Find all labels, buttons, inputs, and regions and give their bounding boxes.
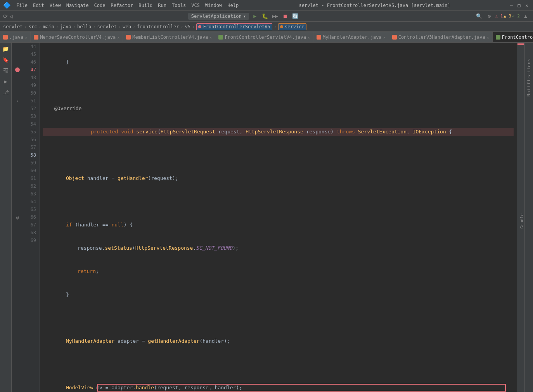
- tab-bar: .java ✕ MemberSaveControllerV4.java ✕ Me…: [0, 32, 533, 43]
- breadcrumb-java[interactable]: java: [60, 24, 71, 29]
- ln-68: 68: [23, 229, 36, 237]
- tab-front-v5-label: FrontControllerServletV5.java: [502, 35, 533, 40]
- breadcrumb-method[interactable]: service: [278, 23, 306, 30]
- ln-47: 47: [23, 66, 36, 74]
- search-everywhere-icon[interactable]: 🔍: [475, 12, 483, 21]
- breadcrumb-servlet2[interactable]: servlet: [97, 24, 117, 29]
- sync-button[interactable]: 🔄: [291, 12, 299, 21]
- ln-66: 66: [23, 213, 36, 221]
- menu-view[interactable]: View: [47, 2, 63, 9]
- tab-front-v4[interactable]: FrontControllerServletV4.java ✕: [215, 32, 313, 42]
- debug-button[interactable]: 🐛: [261, 12, 269, 21]
- gutter-46: [12, 58, 23, 66]
- run-config-selector[interactable]: ServletApplication ▾: [188, 13, 249, 20]
- sidebar-project-icon[interactable]: 📁: [1, 44, 10, 54]
- close-button[interactable]: ✕: [524, 2, 530, 9]
- menu-window[interactable]: Window: [203, 2, 224, 9]
- code-line-55: [43, 314, 514, 322]
- tab-my-handler-close[interactable]: ✕: [383, 35, 386, 40]
- tab-java-close[interactable]: ✕: [25, 35, 27, 40]
- gradle-panel-label[interactable]: Gradle: [519, 213, 524, 229]
- tab-member-save[interactable]: MemberSaveControllerV4.java ✕: [31, 32, 123, 42]
- ln-55: 55: [23, 128, 36, 136]
- expand-icon[interactable]: ▲: [521, 12, 530, 21]
- breakpoint-47[interactable]: [15, 67, 20, 72]
- code-line-52: response.setStatus(HttpServletResponse.S…: [43, 244, 514, 252]
- run-with-coverage-button[interactable]: ▶▶: [271, 12, 279, 21]
- settings-icon[interactable]: ⚙: [485, 12, 493, 21]
- warning-count-badge: ▲ 3: [504, 14, 511, 19]
- code-line-48: [43, 151, 514, 159]
- breadcrumb-hello[interactable]: hello: [77, 24, 91, 29]
- tab-member-list[interactable]: MemberListControllerV4.java ✕: [123, 32, 215, 42]
- ln-59: 59: [23, 159, 36, 167]
- sidebar-run-icon[interactable]: ▶: [1, 77, 10, 86]
- tab-member-save-close[interactable]: ✕: [117, 35, 119, 40]
- menu-code[interactable]: Code: [92, 2, 108, 9]
- code-line-53: return;: [43, 268, 514, 275]
- tab-member-list-close[interactable]: ✕: [209, 35, 212, 40]
- window-title: servlet - FrontControllerServletV5.java …: [241, 3, 508, 8]
- code-line-57: [43, 361, 514, 368]
- menu-build[interactable]: Build: [136, 2, 155, 9]
- menu-navigate[interactable]: Navigate: [64, 2, 91, 9]
- menu-file[interactable]: File: [14, 2, 30, 9]
- run-config-label: ServletApplication: [191, 14, 242, 19]
- menu-refactor[interactable]: Refactor: [108, 2, 135, 9]
- line-numbers: 44 45 46 47 48 49 50 51 52 53 54 55 56 5…: [23, 43, 40, 392]
- code-line-58[interactable]: ModelView mv = adapter.handle(request, r…: [43, 384, 514, 392]
- tab-controller-v3[interactable]: ControllerV3HandlerAdapter.java ✕: [389, 32, 493, 42]
- tab-front-v4-close[interactable]: ✕: [308, 35, 310, 40]
- back-icon[interactable]: ◁: [9, 13, 12, 19]
- tab-controller-v3-close[interactable]: ✕: [487, 35, 489, 40]
- notifications-label: Notifications: [526, 58, 531, 97]
- menu-help[interactable]: Help: [225, 2, 241, 9]
- menu-tools[interactable]: Tools: [170, 2, 188, 9]
- code-content[interactable]: } @Override protected void service(HttpS…: [40, 43, 517, 392]
- breadcrumb-src[interactable]: src: [29, 24, 37, 29]
- ln-52: 52: [23, 105, 36, 112]
- sidebar-bookmark-icon[interactable]: 🔖: [1, 55, 10, 64]
- breadcrumb-servlet[interactable]: servlet: [3, 24, 23, 29]
- minimize-button[interactable]: ─: [508, 2, 514, 9]
- menu-run[interactable]: Run: [156, 2, 169, 9]
- breadcrumb-main[interactable]: main: [43, 24, 54, 29]
- code-line-50: [43, 198, 514, 205]
- tab-my-handler[interactable]: MyHandlerAdapter.java ✕: [313, 32, 389, 42]
- menu-bar[interactable]: File Edit View Navigate Code Refactor Bu…: [14, 2, 241, 9]
- breadcrumb-class[interactable]: FrontControllerServletV5: [196, 23, 272, 30]
- ln-62: 62: [23, 182, 36, 190]
- breadcrumb: servlet › src › main › java › hello › se…: [0, 22, 533, 32]
- editor-area[interactable]: 44 45 46 47 48 49 50 51 52 53 54 55 56 5…: [23, 43, 517, 392]
- gutter-50: [12, 89, 23, 97]
- breadcrumb-v5[interactable]: v5: [185, 24, 190, 29]
- error-count-badge: ⚠ 1: [495, 14, 503, 19]
- ln-58: 58: [23, 151, 36, 159]
- code-line-47: protected void service(HttpServletReques…: [43, 128, 514, 136]
- gutter-45: [12, 50, 23, 58]
- tab-front-v5[interactable]: FrontControllerServletV5.java ✕: [493, 32, 533, 42]
- maximize-button[interactable]: □: [516, 2, 522, 9]
- fold-51[interactable]: ▾: [16, 99, 19, 103]
- breadcrumb-web[interactable]: web: [123, 24, 131, 29]
- class-label: FrontControllerServletV5: [203, 24, 270, 29]
- gutter-49: [12, 81, 23, 89]
- code-container[interactable]: 44 45 46 47 48 49 50 51 52 53 54 55 56 5…: [23, 43, 517, 392]
- sidebar-structure-icon[interactable]: 🏗: [1, 66, 10, 75]
- breadcrumb-frontcontroller[interactable]: frontcontroller: [137, 24, 179, 29]
- run-button[interactable]: ▶: [251, 12, 259, 21]
- stop-button[interactable]: ⏹: [281, 12, 289, 21]
- tab-java[interactable]: .java ✕: [0, 32, 31, 42]
- menu-edit[interactable]: Edit: [31, 2, 47, 9]
- vcs-icon[interactable]: ⟳: [3, 13, 8, 19]
- gutter-47[interactable]: [12, 66, 23, 74]
- menu-vcs[interactable]: VCS: [189, 2, 202, 9]
- ln-46: 46: [23, 58, 36, 66]
- tab-front-v4-label: FrontControllerServletV4.java: [225, 35, 306, 40]
- tab-front-v5-icon: [496, 35, 500, 40]
- gutter-59: [12, 159, 23, 167]
- gutter-58: [12, 151, 23, 159]
- tab-member-list-label: MemberListControllerV4.java: [132, 35, 208, 40]
- sidebar-git-icon[interactable]: ⎇: [1, 88, 10, 97]
- gutter-54: [12, 120, 23, 128]
